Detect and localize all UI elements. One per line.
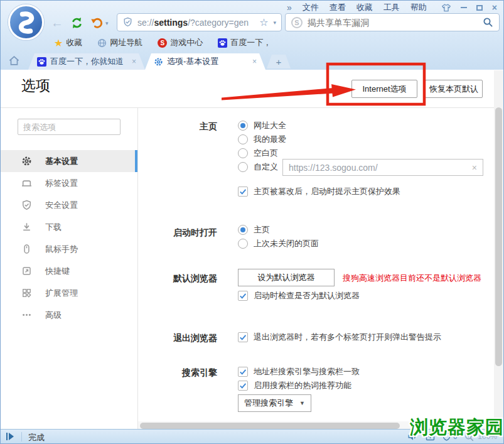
sidebar-item-mouse-gesture[interactable]: 鼠标手势	[1, 238, 137, 260]
radio-label: 空白页	[254, 148, 278, 159]
clear-input-icon[interactable]: ×	[472, 163, 477, 173]
tab-settings-active[interactable]: 选项-基本设置 ×	[145, 53, 265, 70]
bookmark-nav-site[interactable]: 网址导航	[97, 37, 142, 48]
browser-window: » 文件 查看 收藏 工具 帮助 × ← ▾	[0, 0, 504, 444]
checkbox-icon[interactable]	[238, 367, 248, 377]
url-text[interactable]: se://settings/?category=gen	[137, 18, 249, 28]
radio-icon[interactable]	[238, 162, 248, 172]
tab-baidu[interactable]: 百度一下，你就知道 ×	[28, 53, 145, 70]
sidebar-item-shortcut-keys[interactable]: 快捷键	[1, 260, 137, 282]
radio-icon[interactable]	[238, 148, 248, 158]
sidebar-item-security-settings[interactable]: 安全设置	[1, 194, 137, 216]
section-label-default-browser: 默认浏览器	[136, 273, 217, 284]
menu-tools[interactable]: 工具	[383, 2, 400, 13]
toolbar-overflow-icon[interactable]: »	[287, 3, 292, 13]
download-icon	[21, 222, 32, 232]
radio-startup-last-session[interactable]: 上次未关闭的页面	[238, 238, 319, 249]
address-dropdown-icon[interactable]: ▾	[273, 19, 276, 26]
undo-icon[interactable]	[90, 16, 104, 30]
sidebar-item-download[interactable]: 下载	[1, 216, 137, 238]
custom-homepage-input[interactable]	[289, 163, 472, 173]
radio-homepage-custom[interactable]: 自定义	[238, 161, 278, 173]
bookmark-game-center[interactable]: S 游戏中心	[158, 37, 203, 48]
sidebar-item-tab-settings[interactable]: 标签设置	[1, 172, 137, 194]
checkbox-icon[interactable]	[238, 187, 248, 197]
sidebar-item-extension-management[interactable]: 扩展管理	[1, 282, 137, 304]
favorites-star-icon: ★	[54, 37, 63, 49]
radio-label: 我的最爱	[254, 134, 286, 145]
sidebar-item-label: 快捷键	[45, 266, 70, 277]
section-label-homepage: 主页	[136, 121, 217, 133]
sogou-search-icon: S	[291, 17, 303, 28]
vertical-scrollbar[interactable]	[494, 70, 503, 430]
menu-help[interactable]: 帮助	[410, 2, 427, 13]
bookmark-baidu[interactable]: 百度一下，	[218, 37, 271, 48]
checkbox-icon[interactable]	[238, 332, 248, 342]
url-host: settings	[154, 18, 188, 28]
new-tab-button[interactable]: +	[267, 55, 291, 68]
checkbox-sync-search-engine[interactable]: 地址栏搜索引擎与搜索栏一致	[238, 366, 360, 377]
manage-search-engines-button[interactable]: 管理搜索引擎 ▼	[238, 394, 311, 412]
search-magnifier-icon[interactable]	[483, 17, 493, 28]
bookmark-label: 百度一下，	[230, 37, 271, 48]
sidebar-item-basic-settings[interactable]: 基本设置	[1, 150, 137, 172]
refresh-icon[interactable]	[70, 16, 83, 30]
checkbox-hotword-suggestions[interactable]: 启用搜索栏的热词推荐功能	[238, 380, 351, 391]
watermark-text: 浏览器家园	[410, 415, 504, 440]
radio-icon[interactable]	[238, 121, 248, 131]
set-default-browser-button[interactable]: 设为默认浏览器	[238, 269, 335, 286]
browser-chrome: » 文件 查看 收藏 工具 帮助 × ← ▾	[1, 1, 503, 70]
menu-file[interactable]: 文件	[303, 2, 319, 13]
undo-dropdown-icon[interactable]: ▾	[105, 20, 109, 26]
radio-homepage-favorites[interactable]: 我的最爱	[238, 134, 286, 145]
statusbar-separator	[21, 432, 22, 441]
maximize-button[interactable]	[476, 5, 483, 11]
gear-icon	[21, 156, 32, 166]
custom-homepage-field[interactable]: ×	[282, 159, 483, 176]
checkbox-icon[interactable]	[238, 381, 248, 391]
search-input[interactable]	[308, 18, 483, 28]
close-button[interactable]: ×	[492, 3, 497, 13]
menu-favorites[interactable]: 收藏	[357, 2, 373, 13]
checkbox-homepage-protect[interactable]: 主页被篡改后，启动时提示主页保护效果	[238, 186, 400, 197]
radio-icon[interactable]	[238, 134, 248, 144]
settings-page: 选项 Internet选项 恢复本页默认 基本设置 标签设置	[1, 70, 504, 430]
radio-icon[interactable]	[238, 239, 248, 249]
radio-startup-homepage[interactable]: 主页	[238, 224, 270, 236]
sidebar-toggle-icon[interactable]	[6, 433, 14, 440]
radio-homepage-blank[interactable]: 空白页	[238, 148, 278, 159]
restore-defaults-button[interactable]: 恢复本页默认	[425, 80, 483, 98]
horizontal-scrollbar-thumb[interactable]	[140, 423, 400, 429]
sidebar-item-label: 鼠标手势	[45, 244, 78, 255]
menu-bar: » 文件 查看 收藏 工具 帮助 ×	[1, 1, 503, 13]
sidebar-item-advanced[interactable]: 高级	[1, 304, 137, 326]
radio-label: 上次未关闭的页面	[254, 238, 319, 249]
address-bar[interactable]: se://settings/?category=gen ☆ ▾	[117, 13, 282, 31]
page-title: 选项	[21, 76, 50, 95]
home-icon[interactable]	[8, 55, 20, 66]
vertical-scrollbar-thumb[interactable]	[495, 107, 502, 366]
internet-options-button[interactable]: Internet选项	[351, 80, 417, 98]
skin-icon[interactable]	[441, 4, 451, 12]
tab-shape-icon	[21, 178, 32, 188]
sidebar-item-label: 扩展管理	[45, 288, 78, 299]
sidebar-divider	[137, 107, 138, 430]
checkbox-exit-warning[interactable]: 退出浏览器时，若有多个标签页打开则弹出警告提示	[238, 332, 441, 343]
bookmark-favorites[interactable]: ★ 收藏	[54, 37, 82, 49]
bookmark-star-icon[interactable]: ☆	[259, 16, 268, 28]
settings-search-input[interactable]	[18, 119, 121, 135]
menu-view[interactable]: 查看	[330, 2, 346, 13]
search-bar[interactable]: S	[285, 13, 500, 31]
checkbox-check-default-on-startup[interactable]: 启动时检查是否为默认浏览器	[238, 290, 360, 301]
tab-close-icon[interactable]: ×	[132, 57, 136, 66]
minimize-button[interactable]	[461, 7, 467, 8]
sogou-logo[interactable]	[8, 4, 44, 40]
radio-label: 主页	[254, 224, 270, 236]
radio-homepage-nav-site[interactable]: 网址大全	[238, 120, 286, 131]
checkbox-icon[interactable]	[238, 291, 248, 301]
tab-close-icon[interactable]: ×	[252, 57, 257, 66]
checkbox-label: 主页被篡改后，启动时提示主页保护效果	[254, 186, 400, 197]
back-icon[interactable]: ←	[51, 16, 63, 30]
radio-icon[interactable]	[238, 225, 248, 235]
site-security-shield-icon[interactable]	[122, 17, 133, 28]
